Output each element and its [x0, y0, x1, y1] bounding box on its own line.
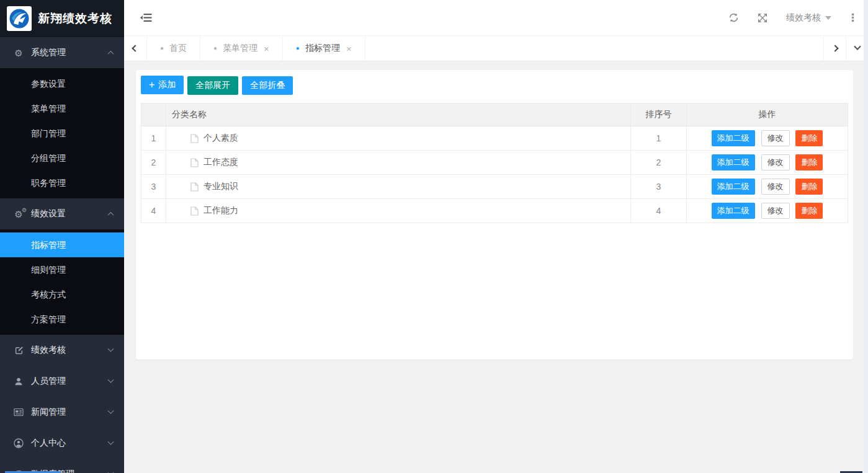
- sidebar-item-rule-mgmt[interactable]: 细则管理: [0, 257, 124, 282]
- add-button[interactable]: + 添加: [141, 76, 184, 94]
- delete-button[interactable]: 删除: [795, 130, 823, 146]
- gear-icon: ⚙: [12, 48, 25, 58]
- chevron-down-icon: [854, 43, 861, 50]
- submenu-perf-settings: 指标管理 细则管理 考核方式 方案管理: [0, 229, 124, 335]
- collapse-all-button[interactable]: 全部折叠: [242, 76, 293, 95]
- category-name: 工作能力: [204, 205, 238, 216]
- category-table: 分类名称 排序号 操作 1 个人素质 1: [141, 103, 848, 223]
- chevron-up-icon: [108, 211, 114, 218]
- expand-all-button[interactable]: 全部展开: [187, 76, 238, 95]
- sidebar-item-perf-settings[interactable]: ⚙⚙ 绩效设置: [0, 198, 124, 229]
- news-icon: [12, 408, 25, 417]
- delete-button[interactable]: 删除: [795, 203, 823, 219]
- sidebar-item-group-mgmt[interactable]: 分组管理: [0, 146, 124, 170]
- top-header: 绩效考核 ⋮: [124, 0, 868, 36]
- header-index: [141, 104, 166, 126]
- content-card: + 添加 全部展开 全部折叠 分类名称 排序号 操作 1: [136, 70, 853, 360]
- sidebar-item-news-mgmt[interactable]: 新闻管理: [0, 397, 124, 428]
- sidebar-item-personal-center[interactable]: 个人中心: [0, 428, 124, 459]
- plus-icon: +: [149, 80, 154, 90]
- add-sub-button[interactable]: 添加二级: [712, 154, 755, 170]
- table-row: 4 工作能力 4 添加二级 修改 删除: [141, 199, 848, 223]
- sidebar-item-assess-method[interactable]: 考核方式: [0, 282, 124, 307]
- header-category-name: 分类名称: [166, 104, 631, 126]
- chevron-down-icon: [108, 469, 114, 473]
- sidebar-item-indicator-mgmt[interactable]: 指标管理: [0, 232, 124, 257]
- user-dropdown[interactable]: 绩效考核: [786, 12, 831, 24]
- sidebar-item-personnel-mgmt[interactable]: 人员管理: [0, 366, 124, 397]
- add-sub-button[interactable]: 添加二级: [712, 179, 755, 195]
- tab-menu-mgmt[interactable]: ● 菜单管理 ×: [200, 36, 283, 61]
- table-row: 3 专业知识 3 添加二级 修改 删除: [141, 175, 848, 199]
- tab-scroll-left-button[interactable]: [124, 36, 147, 61]
- sidebar-item-plan-mgmt[interactable]: 方案管理: [0, 307, 124, 332]
- refresh-icon[interactable]: [728, 12, 739, 23]
- file-icon: [190, 206, 199, 216]
- file-icon: [190, 158, 199, 167]
- tab-dot-icon: ●: [160, 45, 164, 51]
- tab-close-icon[interactable]: ×: [264, 43, 269, 54]
- delete-button[interactable]: 删除: [795, 179, 823, 195]
- submenu-system: 参数设置 菜单管理 部门管理 分组管理 职务管理: [0, 68, 124, 198]
- cogs-icon: ⚙⚙: [12, 210, 25, 219]
- category-name: 工作态度: [204, 157, 238, 168]
- file-icon: [190, 182, 199, 192]
- sidebar-item-menu-mgmt[interactable]: 菜单管理: [0, 96, 124, 121]
- app-logo-icon: [7, 6, 32, 31]
- chevron-down-icon: [108, 407, 114, 413]
- tab-bar: ● 首页 ● 菜单管理 × ● 指标管理 ×: [124, 36, 868, 61]
- tab-scroll-right-button[interactable]: [823, 36, 846, 61]
- topbar-right: 绩效考核 ⋮: [728, 11, 868, 24]
- user-icon: [12, 377, 25, 386]
- edit-button[interactable]: 修改: [761, 179, 790, 195]
- add-sub-button[interactable]: 添加二级: [712, 203, 755, 219]
- edit-icon: [12, 346, 25, 355]
- chevron-down-icon: [108, 376, 114, 382]
- tab-dot-icon: ●: [213, 45, 217, 51]
- table-row: 1 个人素质 1 添加二级 修改 删除: [141, 126, 848, 151]
- user-dropdown-label: 绩效考核: [786, 12, 821, 24]
- profile-icon: [12, 438, 25, 448]
- sidebar-item-position-mgmt[interactable]: 职务管理: [0, 170, 124, 195]
- more-options-icon[interactable]: ⋮: [848, 11, 858, 24]
- tab-close-icon[interactable]: ×: [346, 43, 352, 54]
- vertical-scrollbar[interactable]: [864, 0, 868, 473]
- edit-button[interactable]: 修改: [761, 130, 790, 146]
- table-header-row: 分类名称 排序号 操作: [141, 104, 848, 126]
- edit-button[interactable]: 修改: [761, 154, 790, 170]
- main-area: 绩效考核 ⋮ ● 首页 ● 菜单管理 × ● 指标管理 × +: [124, 0, 868, 473]
- add-sub-button[interactable]: 添加二级: [712, 130, 755, 146]
- tab-label: 指标管理: [305, 43, 340, 54]
- logo-bar: 新翔绩效考核: [0, 0, 124, 37]
- app-title: 新翔绩效考核: [38, 11, 112, 27]
- file-icon: [190, 134, 199, 143]
- tab-home[interactable]: ● 首页: [147, 36, 200, 61]
- sidebar-item-perf-assess[interactable]: 绩效考核: [0, 335, 124, 366]
- tab-label: 首页: [169, 43, 187, 54]
- chevron-down-icon: [108, 438, 114, 444]
- sidebar-item-params[interactable]: 参数设置: [0, 71, 124, 96]
- sidebar-item-system-mgmt[interactable]: ⚙ 系统管理: [0, 37, 124, 68]
- delete-button[interactable]: 删除: [795, 154, 823, 170]
- chevron-left-icon: [132, 45, 138, 51]
- category-name: 专业知识: [204, 181, 238, 192]
- chevron-right-icon: [831, 45, 838, 51]
- tab-label: 菜单管理: [223, 43, 257, 54]
- header-sort: 排序号: [631, 104, 687, 126]
- chevron-down-icon: [108, 345, 114, 351]
- caret-down-icon: [825, 16, 831, 20]
- category-name: 个人素质: [204, 133, 238, 144]
- content-area: + 添加 全部展开 全部折叠 分类名称 排序号 操作 1: [124, 62, 868, 473]
- tab-indicator-mgmt[interactable]: ● 指标管理 ×: [283, 36, 365, 61]
- header-actions: 操作: [687, 104, 848, 126]
- sidebar-fold-icon[interactable]: [140, 13, 152, 22]
- fullscreen-icon[interactable]: [758, 13, 767, 23]
- sidebar-item-dept-mgmt[interactable]: 部门管理: [0, 121, 124, 146]
- tab-dot-icon: ●: [296, 45, 300, 51]
- chevron-up-icon: [108, 50, 114, 56]
- table-row: 2 工作态度 2 添加二级 修改 删除: [141, 151, 848, 175]
- sidebar: 新翔绩效考核 ⚙ 系统管理 参数设置 菜单管理 部门管理 分组管理 职务管理 ⚙…: [0, 0, 124, 473]
- edit-button[interactable]: 修改: [761, 203, 790, 219]
